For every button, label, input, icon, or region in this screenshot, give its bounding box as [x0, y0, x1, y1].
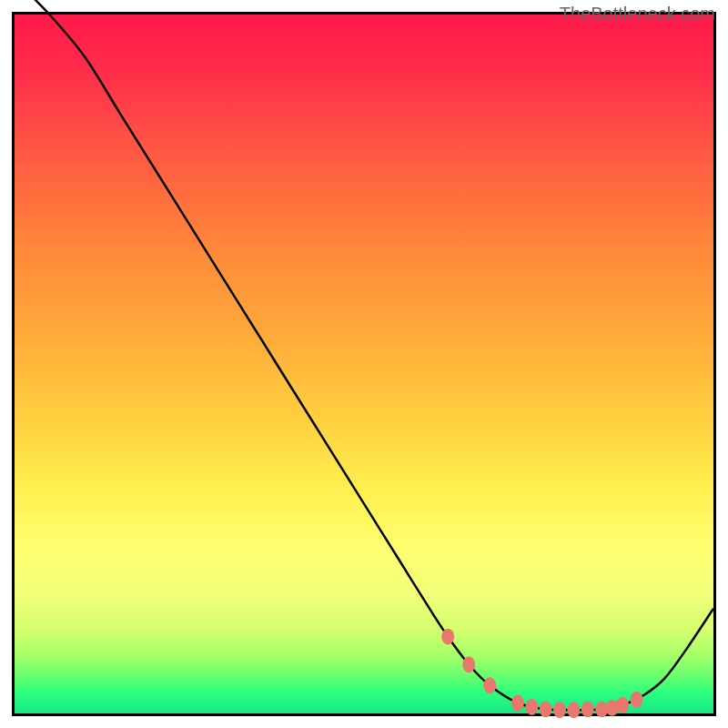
marker-point [616, 697, 629, 713]
marker-point [441, 629, 454, 645]
marker-point [483, 677, 496, 693]
watermark-text: TheBottleneck.com [560, 4, 715, 25]
marker-point [540, 702, 552, 718]
chart-svg [15, 15, 713, 713]
marker-point [553, 702, 566, 718]
plot-area [12, 12, 716, 716]
marker-point [606, 700, 619, 716]
bottleneck-curve [15, 0, 713, 710]
curve-markers [441, 629, 642, 718]
marker-point [525, 699, 538, 715]
marker-point [581, 702, 594, 718]
marker-point [462, 656, 475, 672]
marker-point [631, 692, 643, 708]
marker-point [567, 702, 580, 718]
marker-point [511, 695, 524, 712]
